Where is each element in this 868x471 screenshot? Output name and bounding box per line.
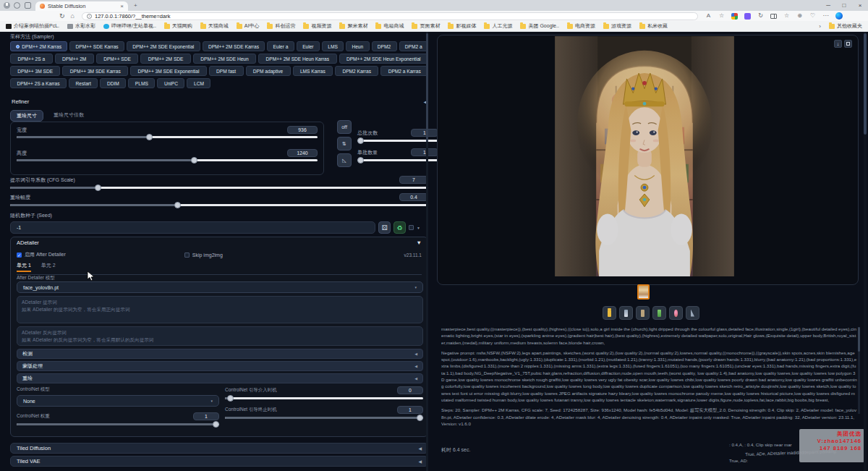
sampler-option[interactable]: Heun — [346, 41, 369, 51]
toolbar-icon[interactable] — [835, 12, 843, 20]
sampler-option[interactable]: DPM2 a — [399, 41, 428, 51]
bookmark-item[interactable]: 电商资源 — [567, 22, 595, 30]
sampler-option[interactable]: LCM — [187, 78, 210, 88]
sampler-option[interactable]: DPM++ 2M SDE Karras — [203, 41, 265, 51]
sampler-option[interactable]: DPM++ 3M SDE Exponential — [130, 66, 207, 76]
toolbar-icon[interactable]: ♡ — [809, 13, 816, 19]
toolbar-icon[interactable]: ↻ — [757, 13, 764, 19]
controlnet-end-slider[interactable] — [225, 417, 423, 419]
gallery-thumbnail-selected[interactable] — [637, 284, 650, 300]
toolbar-icon[interactable] — [731, 13, 738, 20]
download-image-icon[interactable]: ↓ — [834, 40, 842, 48]
seed-input[interactable]: -1 — [10, 221, 375, 234]
reuse-seed-recycle-icon[interactable]: ♻ — [393, 221, 406, 234]
denoise-value[interactable]: 0.4 — [399, 193, 428, 201]
toolbar-icon[interactable]: A — [705, 13, 712, 19]
denoise-slider[interactable] — [10, 204, 428, 206]
adetailer-tab-unit1[interactable]: 单元 1 — [17, 262, 31, 272]
tab-close-icon[interactable]: × — [120, 4, 124, 9]
profile-avatar-icon[interactable] — [4, 2, 10, 9]
sampler-option[interactable]: DPM++ 2M SDE Exponential — [127, 41, 200, 51]
sampler-option[interactable]: Euler a — [267, 41, 294, 51]
tab-resize-by[interactable]: 重绘尺寸倍数 — [48, 110, 90, 122]
tab-resize-to[interactable]: 重绘尺寸 — [10, 110, 43, 122]
toolbar-icon[interactable]: ☆ — [783, 13, 790, 19]
refiner-accordion[interactable]: Refiner ◀ — [10, 96, 428, 107]
inpaint-accordion[interactable]: 重绘 ◀ — [17, 373, 423, 383]
bookmark-item[interactable]: 影视媒体 — [448, 22, 476, 30]
height-value[interactable]: 1240 — [287, 149, 318, 157]
toolbar-icon[interactable]: ⊕ — [796, 13, 803, 19]
minimize-button[interactable]: ─ — [820, 0, 836, 11]
sampler-option[interactable]: DPM2 a Karras — [380, 66, 428, 76]
generated-image[interactable] — [553, 36, 736, 276]
output-action-button[interactable] — [652, 306, 666, 320]
adetailer-model-dropdown[interactable]: face_yolov8n.pt ▾ — [17, 281, 423, 293]
sampler-option[interactable]: DPM++ 2M SDE Heun — [193, 54, 256, 64]
sampler-option-selected[interactable]: DPM++ 2M Karras — [10, 41, 67, 51]
output-action-button[interactable] — [603, 306, 616, 320]
sampler-option[interactable]: Restart — [69, 78, 98, 88]
tiled-diffusion-accordion[interactable]: Tiled Diffusion ◀ — [10, 443, 428, 454]
output-action-button[interactable] — [636, 306, 650, 320]
bookmark-item[interactable]: 游戏资源 — [603, 22, 631, 30]
close-button[interactable]: × — [852, 0, 868, 11]
cfg-slider[interactable] — [10, 187, 428, 189]
sampler-option[interactable]: DPM2 — [372, 41, 397, 51]
workspaces-icon[interactable] — [25, 2, 31, 9]
bookmark-item[interactable]: 水彩水彩 — [67, 22, 95, 30]
bookmark-item[interactable]: 聚米素材 — [339, 22, 367, 30]
output-action-button[interactable] — [619, 306, 633, 320]
adetailer-negative-textarea[interactable]: ADetailer 反向提示词 如果 ADetailer 的反向提示词为空，将会… — [17, 326, 423, 346]
bookmark-item[interactable]: 科创运营 — [267, 22, 295, 30]
sampler-option[interactable]: DPM++ 2S a — [10, 54, 53, 64]
adetailer-prompt-textarea[interactable]: ADetailer 提示词 如果 ADetailer 的提示词为空，将会采用正向… — [17, 296, 423, 323]
toolbar-icon[interactable] — [744, 13, 751, 20]
sampler-option[interactable]: DPM++ SDE — [96, 54, 139, 64]
sampler-option[interactable]: PLMS — [128, 78, 155, 88]
tab-search-icon[interactable] — [14, 2, 20, 9]
triangle-ruler-icon[interactable]: ◺ — [337, 153, 352, 167]
sampler-option[interactable]: DPM++ 2M — [55, 54, 94, 64]
bookmark-item[interactable]: AI中心 — [237, 22, 260, 30]
controlnet-weight-slider[interactable] — [17, 423, 219, 425]
mask-processing-accordion[interactable]: 蒙版处理 ◀ — [17, 361, 423, 371]
controlnet-start-slider[interactable] — [225, 397, 423, 399]
random-seed-dice-icon[interactable]: ⚄ — [378, 221, 391, 234]
adetailer-tab-unit2[interactable]: 单元 2 — [41, 262, 56, 272]
cfg-value[interactable]: 7 — [399, 176, 428, 184]
fullscreen-icon[interactable] — [844, 40, 852, 48]
swap-dimensions-icon[interactable]: ⇅ — [337, 137, 352, 150]
height-slider[interactable] — [17, 159, 318, 161]
maximize-button[interactable]: □ — [836, 0, 852, 11]
bookmark-item[interactable]: 人工光源 — [484, 22, 512, 30]
sampler-option[interactable]: DPM++ SDE Karras — [69, 41, 124, 51]
bookmark-item[interactable]: 天猫网购 — [164, 22, 192, 30]
other-favorites[interactable]: 其他收藏夹 — [829, 22, 862, 30]
sampler-option[interactable]: Euler — [297, 41, 320, 51]
bookmarks-overflow-icon[interactable]: › — [819, 23, 821, 30]
sampler-option[interactable]: DPM++ 3M SDE — [10, 66, 60, 76]
page-scrollbar[interactable] — [864, 32, 867, 471]
controlnet-end-value[interactable]: 1 — [397, 406, 423, 414]
adetailer-accordion[interactable]: ADetailer ▼ — [17, 239, 422, 246]
enable-adetailer-checkbox[interactable]: ✓ — [17, 253, 22, 258]
left-panel-scrollbar[interactable] — [426, 32, 428, 471]
sampler-option[interactable]: DDIM — [100, 78, 126, 88]
output-action-button[interactable] — [669, 306, 683, 320]
controlnet-weight-value[interactable]: 1 — [193, 412, 219, 420]
toolbar-icon[interactable] — [770, 14, 777, 19]
sampler-option[interactable]: LMS Karras — [293, 66, 333, 76]
bookmark-item[interactable]: 视频资源 — [303, 22, 331, 30]
address-bar[interactable]: i 127.0.0.1:7860/?__theme=dark — [82, 12, 698, 20]
width-value[interactable]: 936 — [287, 126, 318, 134]
bookmark-item[interactable]: 介绍案例喵拍摄PcL. — [6, 22, 59, 30]
sampler-option[interactable]: UniPC — [157, 78, 184, 88]
browser-tab[interactable]: Stable Diffusion × — [35, 1, 128, 11]
sampler-option[interactable]: DPM2 Karras — [335, 66, 378, 76]
info-scrollbar[interactable] — [858, 327, 860, 414]
bookmark-item[interactable]: 页面素材 — [412, 22, 440, 30]
refresh-icon[interactable]: ↻ — [59, 12, 65, 20]
extra-seed-checkbox[interactable] — [409, 225, 414, 230]
bookmark-item[interactable]: 私米收藏 — [639, 22, 668, 30]
